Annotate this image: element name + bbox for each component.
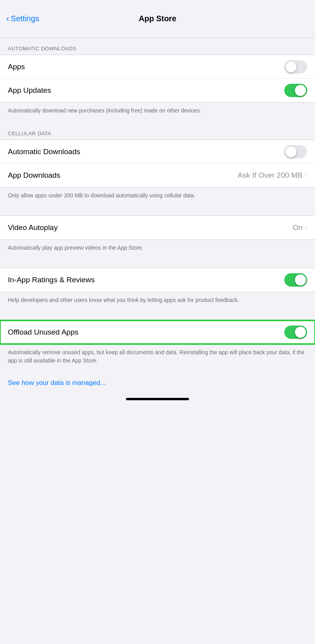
automatic-downloads-group: Apps App Updates: [0, 55, 315, 103]
cellular-data-header: CELLULAR DATA: [0, 123, 315, 140]
cellular-automatic-downloads-label: Automatic Downloads: [8, 147, 80, 156]
back-button[interactable]: ‹ Settings: [6, 14, 39, 24]
cellular-toggle-thumb: [285, 146, 296, 157]
video-autoplay-description: Automatically play app preview videos in…: [0, 240, 315, 260]
offload-apps-toggle[interactable]: [284, 326, 307, 339]
offload-apps-label: Offload Unused Apps: [8, 328, 78, 337]
cellular-automatic-downloads-toggle[interactable]: [284, 145, 307, 158]
apps-toggle-thumb: [285, 61, 296, 72]
app-updates-toggle-thumb: [295, 85, 306, 96]
video-autoplay-row[interactable]: Video Autoplay On ›: [0, 216, 315, 239]
automatic-downloads-header: AUTOMATIC DOWNLOADS: [0, 38, 315, 55]
in-app-ratings-spacer: [0, 260, 315, 268]
app-downloads-value: Ask If Over 200 MB ›: [238, 171, 307, 180]
app-downloads-chevron-icon: ›: [305, 171, 307, 179]
home-bar: [126, 398, 189, 400]
video-autoplay-spacer: [0, 208, 315, 215]
cellular-automatic-downloads-row[interactable]: Automatic Downloads: [0, 140, 315, 164]
home-indicator-area: [0, 393, 315, 405]
cellular-data-group: Automatic Downloads App Downloads Ask If…: [0, 140, 315, 188]
apps-toggle[interactable]: [284, 60, 307, 74]
app-downloads-value-text: Ask If Over 200 MB: [238, 171, 303, 180]
apps-row[interactable]: Apps: [0, 55, 315, 79]
app-updates-row[interactable]: App Updates: [0, 79, 315, 102]
app-updates-label: App Updates: [8, 86, 51, 95]
offload-apps-group: Offload Unused Apps: [0, 320, 315, 344]
in-app-ratings-toggle-thumb: [295, 274, 306, 285]
offload-apps-description: Automatically remove unused apps, but ke…: [0, 344, 315, 373]
in-app-ratings-toggle[interactable]: [284, 273, 307, 287]
in-app-ratings-description: Help developers and other users know wha…: [0, 292, 315, 312]
apps-label: Apps: [8, 63, 25, 71]
automatic-downloads-description: Automatically download new purchases (in…: [0, 103, 315, 123]
cellular-data-description: Only allow apps under 200 MB to download…: [0, 188, 315, 208]
offload-apps-toggle-thumb: [295, 327, 306, 338]
in-app-ratings-group: In-App Ratings & Reviews: [0, 268, 315, 292]
video-autoplay-value: On ›: [293, 223, 307, 232]
video-autoplay-chevron-icon: ›: [305, 224, 307, 232]
in-app-ratings-label: In-App Ratings & Reviews: [8, 276, 95, 284]
app-updates-toggle[interactable]: [284, 84, 307, 97]
bottom-link[interactable]: See how your data is managed...: [0, 373, 315, 393]
video-autoplay-label: Video Autoplay: [8, 223, 57, 232]
app-downloads-label: App Downloads: [8, 171, 60, 180]
app-downloads-row[interactable]: App Downloads Ask If Over 200 MB ›: [0, 164, 315, 187]
navigation-bar: ‹ Settings App Store: [0, 0, 315, 38]
offload-apps-spacer: [0, 312, 315, 320]
in-app-ratings-row[interactable]: In-App Ratings & Reviews: [0, 268, 315, 292]
video-autoplay-group: Video Autoplay On ›: [0, 215, 315, 240]
video-autoplay-value-text: On: [293, 223, 302, 232]
page-title: App Store: [139, 14, 176, 23]
back-label: Settings: [11, 14, 39, 23]
offload-apps-row[interactable]: Offload Unused Apps: [0, 320, 315, 344]
chevron-left-icon: ‹: [6, 14, 9, 24]
